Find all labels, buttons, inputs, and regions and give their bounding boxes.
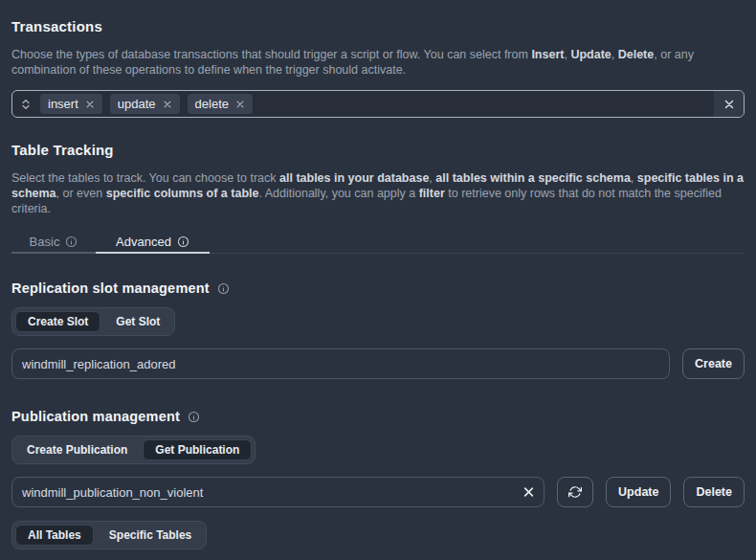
transactions-title: Transactions (11, 17, 745, 35)
clear-all-icon[interactable] (714, 91, 744, 117)
refresh-button[interactable] (557, 477, 593, 507)
publication-title: Publication management (11, 408, 180, 426)
transaction-tag-delete: delete (188, 94, 253, 114)
info-icon (217, 282, 230, 295)
replication-slot-title: Replication slot management (11, 280, 210, 298)
refresh-icon (568, 485, 582, 499)
table-tracking-tabs: Basic Advanced (11, 231, 745, 254)
publication-input-wrap (11, 477, 545, 507)
remove-tag-icon[interactable] (85, 100, 95, 109)
tab-label: Basic (30, 235, 60, 249)
replication-slot-name-input[interactable] (11, 348, 670, 379)
transaction-tag-update: update (110, 94, 180, 114)
create-publication-segment[interactable]: Create Publication (15, 439, 139, 460)
table-tracking-title: Table Tracking (11, 141, 745, 159)
publication-mode-toggle: Create Publication Get Publication (11, 436, 256, 464)
tab-basic[interactable]: Basic (11, 231, 96, 254)
transactions-description: Choose the types of database transaction… (11, 47, 745, 78)
replication-slot-heading: Replication slot management (11, 280, 745, 298)
remove-tag-icon[interactable] (163, 100, 172, 109)
tag-label: update (118, 97, 156, 111)
publication-input-row: Update Delete (11, 477, 745, 507)
info-icon (177, 235, 189, 248)
tab-advanced[interactable]: Advanced (96, 231, 210, 254)
chevrons-up-down-icon (19, 98, 33, 111)
trigger-config-panel: Transactions Choose the types of databas… (0, 17, 756, 560)
remove-tag-icon[interactable] (235, 100, 245, 109)
info-icon (188, 411, 200, 423)
tag-label: delete (195, 97, 229, 111)
publication-name-input[interactable] (11, 477, 545, 507)
slot-mode-toggle: Create Slot Get Slot (11, 307, 175, 336)
publication-heading: Publication management (11, 408, 745, 426)
delete-publication-button[interactable]: Delete (683, 477, 745, 507)
info-icon (65, 235, 78, 248)
create-slot-button[interactable]: Create (682, 348, 745, 379)
tab-label: Advanced (116, 235, 171, 249)
create-slot-segment[interactable]: Create Slot (15, 311, 100, 332)
get-slot-segment[interactable]: Get Slot (104, 311, 171, 332)
all-tables-segment[interactable]: All Tables (15, 525, 94, 546)
update-publication-button[interactable]: Update (606, 477, 671, 507)
tag-label: insert (48, 97, 78, 111)
transactions-multiselect[interactable]: insert update delete (11, 90, 745, 118)
tables-scope-toggle: All Tables Specific Tables (11, 521, 207, 549)
get-publication-segment[interactable]: Get Publication (143, 439, 252, 460)
specific-tables-segment[interactable]: Specific Tables (98, 525, 203, 546)
table-tracking-description: Select the tables to track. You can choo… (11, 170, 745, 216)
slot-input-row: Create (11, 348, 745, 379)
transaction-tag-insert: insert (40, 94, 102, 114)
clear-input-icon[interactable] (523, 486, 535, 499)
